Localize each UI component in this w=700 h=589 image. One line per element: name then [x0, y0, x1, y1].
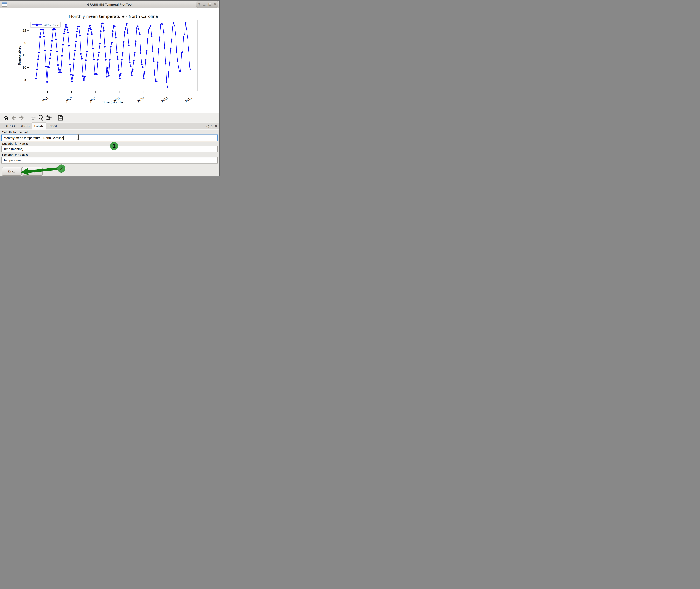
forward-arrow-icon: [19, 115, 24, 121]
svg-text:20: 20: [22, 41, 26, 45]
annotation-step-2-number: 2: [60, 166, 63, 172]
svg-text:15: 15: [22, 54, 26, 57]
tab-stvds[interactable]: STVDS: [18, 123, 32, 130]
app-window: GRASS GIS Temporal Plot Tool ⇧ ▁ □ ✕ 510…: [0, 0, 220, 176]
annotation-step-1: 1: [110, 142, 118, 150]
home-button[interactable]: [3, 115, 9, 121]
forward-button[interactable]: [18, 115, 25, 121]
tab-strds[interactable]: STRDS: [3, 123, 17, 130]
xaxis-label-value: Time (months): [3, 147, 23, 151]
title-bar[interactable]: GRASS GIS Temporal Plot Tool ⇧ ▁ □ ✕: [0, 0, 219, 8]
draw-button-label: Draw: [8, 170, 15, 173]
svg-text:2013: 2013: [185, 96, 193, 103]
floppy-disk-icon: [58, 115, 63, 121]
svg-text:tempmean: tempmean: [43, 23, 60, 26]
sliders-icon: [46, 115, 52, 121]
annotation-step-1-number: 1: [112, 143, 116, 149]
help-button-label: Help: [29, 170, 35, 173]
svg-text:25: 25: [22, 29, 26, 32]
pan-button[interactable]: [30, 115, 36, 121]
svg-text:2011: 2011: [160, 96, 169, 103]
tab-scroll-left-icon[interactable]: ◁: [206, 123, 210, 130]
tab-labels[interactable]: Labels: [32, 122, 46, 130]
svg-text:10: 10: [22, 66, 26, 69]
yaxis-label-value: Temperature: [3, 159, 21, 162]
figure-canvas[interactable]: 5101520252001200320052007200920112013Tim…: [0, 8, 219, 113]
subplots-button[interactable]: [46, 115, 52, 121]
plot-title-label: Set title for the plot: [2, 131, 28, 134]
annotation-step-2: 2: [57, 165, 65, 173]
magnifier-icon: [38, 115, 44, 121]
yaxis-label-label: Set label for Y axis: [2, 153, 28, 157]
draw-button[interactable]: Draw: [2, 167, 22, 176]
svg-text:2009: 2009: [137, 96, 145, 103]
save-button[interactable]: [57, 115, 63, 121]
svg-text:2001: 2001: [41, 96, 49, 103]
minimize-icon[interactable]: ▁: [202, 2, 207, 7]
maximize-icon[interactable]: □: [208, 2, 212, 7]
svg-text:2005: 2005: [89, 96, 97, 103]
back-arrow-icon: [11, 115, 17, 121]
plot-title-value: Monthly mean temperature - North Carolin…: [4, 136, 63, 140]
home-icon: [3, 115, 9, 121]
xaxis-label-input[interactable]: Time (months): [1, 146, 218, 152]
svg-text:Time (months): Time (months): [102, 101, 124, 104]
tab-close-icon[interactable]: ✕: [214, 123, 218, 130]
svg-text:5: 5: [24, 78, 26, 81]
temperature-line-chart: 5101520252001200320052007200920112013Tim…: [0, 8, 219, 113]
tab-export[interactable]: Export: [46, 123, 59, 130]
xaxis-label-label: Set label for X axis: [2, 142, 28, 146]
pan-icon: [30, 115, 36, 121]
help-button[interactable]: Help: [22, 167, 43, 176]
tab-bar: STRDS STVDS Labels Export ◁ ▷ ✕: [0, 123, 219, 130]
back-button[interactable]: [11, 115, 17, 121]
svg-text:Temperature: Temperature: [18, 46, 21, 65]
svg-text:Monthly mean temperature - Nor: Monthly mean temperature - North Carolin…: [69, 14, 158, 19]
window-controls: ⇧ ▁ □ ✕: [196, 1, 218, 8]
shade-icon[interactable]: ⇧: [197, 2, 201, 7]
zoom-button[interactable]: [38, 115, 44, 121]
window-title: GRASS GIS Temporal Plot Tool: [28, 0, 191, 8]
plot-title-input[interactable]: Monthly mean temperature - North Carolin…: [1, 135, 218, 141]
close-icon[interactable]: ✕: [213, 2, 217, 7]
window-icon: [2, 2, 7, 7]
nav-toolbar: [0, 113, 219, 123]
tab-scroll-right-icon[interactable]: ▷: [210, 123, 214, 130]
svg-text:2003: 2003: [65, 96, 73, 103]
yaxis-label-input[interactable]: Temperature: [1, 157, 218, 164]
